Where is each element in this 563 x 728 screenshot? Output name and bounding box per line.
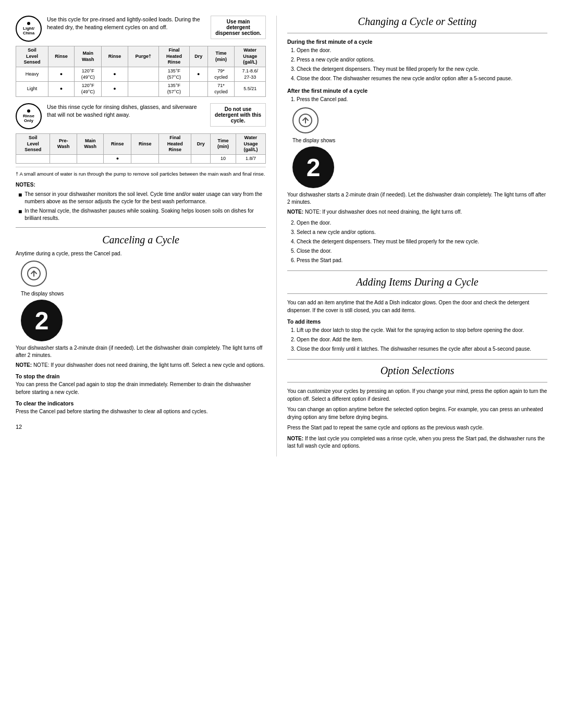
- col-header-dry: Dry: [189, 46, 207, 67]
- col2-final: FinalHeatedRinse: [159, 133, 191, 154]
- notes-section: NOTES: ■ The sensor in your dishwasher m…: [16, 181, 266, 222]
- right-number-2: 2: [292, 146, 334, 188]
- display-shows-label: The display shows: [21, 291, 266, 297]
- rinse-only-desc-right: Use this rinse cycle for rinsing dishes,…: [47, 103, 266, 127]
- cell-rinse2-heavy: ●: [102, 67, 128, 82]
- note-bullet-1: ■: [18, 191, 22, 205]
- note-extra-text: NOTE: If your dishwasher does not need d…: [33, 362, 265, 368]
- right-note-bold: NOTE:: [287, 209, 303, 215]
- cell-final-light: 135°F(57°C): [159, 82, 190, 96]
- right-note: NOTE: NOTE: If your dishwasher does not …: [287, 208, 547, 216]
- right-divider-2: [287, 270, 547, 271]
- col-header-water: WaterUsage(gal/L): [235, 46, 266, 67]
- clear-indicators-text: Press the Cancel pad before starting the…: [16, 408, 266, 416]
- col-header-rinse2: Rinse: [102, 46, 128, 67]
- cell2-main: [77, 154, 103, 163]
- drain-note-extra: NOTE: NOTE: If your dishwasher does not …: [16, 362, 266, 369]
- cell-main-heavy: 120°F(49°C): [74, 67, 102, 82]
- table-row: Light ● 120°F(49°C) ● 135°F(57°C) 71*cyc…: [16, 82, 266, 96]
- cell-rinse2-light: ●: [102, 82, 128, 96]
- left-column: Light/ China Use this cycle for pre-rins…: [16, 16, 266, 456]
- right-divider-4: [287, 359, 547, 360]
- note-bullet-2: ■: [18, 207, 22, 222]
- during-first-title: During the first minute of a cycle: [287, 39, 547, 45]
- option-para-2: You can change an option anytime before …: [287, 406, 547, 421]
- note-bold: NOTE:: [16, 362, 32, 368]
- stop-drain-text: You can press the Cancel pad again to st…: [16, 381, 266, 396]
- rinse-only-table: SoilLevelSensed Pre-Wash MainWash Rinse …: [16, 133, 266, 164]
- option-para-1: You can customize your cycles by pressin…: [287, 388, 547, 403]
- cell-main-light: 120°F(49°C): [74, 82, 102, 96]
- list-item: Press a new cycle and/or options.: [297, 56, 547, 64]
- option-para-4: NOTE: If the last cycle you completed wa…: [287, 435, 547, 450]
- right-cancel-circle: [292, 107, 319, 133]
- page: Light/ China Use this cycle for pre-rins…: [0, 0, 563, 467]
- rinse-only-description: Use this rinse cycle for rinsing dishes,…: [47, 103, 205, 118]
- notes-title: NOTES:: [16, 181, 266, 189]
- right-column: Changing a Cycle or Setting During the f…: [276, 16, 547, 456]
- cell2-rinse2: [131, 154, 159, 163]
- cell-soil-light: Light: [16, 82, 48, 96]
- after-first-list-1: Press the Cancel pad.: [297, 95, 547, 103]
- option-note-text: If the last cycle you completed was a ri…: [287, 436, 545, 449]
- footnote: † A small amount of water is run through…: [16, 167, 266, 177]
- cell-purge-light: [128, 82, 159, 96]
- cell-purge-heavy: [128, 67, 159, 82]
- list-item: Select a new cycle and/or options.: [297, 228, 547, 236]
- table-row: Heavy ● 120°F(49°C) ● 135°F(57°C) ● 79*c…: [16, 67, 266, 82]
- col2-water: WaterUsage(gal/L): [236, 133, 265, 154]
- cell2-dry: [191, 154, 211, 163]
- right-note-text: NOTE: If your dishwasher does not need d…: [305, 209, 462, 215]
- option-selections-section: Option Selections You can customize your…: [287, 365, 547, 450]
- option-note-bold: NOTE:: [287, 436, 303, 441]
- light-china-description: Use this cycle for pre-rinsed and lightl…: [47, 16, 205, 31]
- right-divider-1: [287, 33, 547, 33]
- light-china-icon: Light/ China: [16, 16, 42, 42]
- list-item: Press the Cancel pad.: [297, 95, 547, 103]
- col2-rinse2: Rinse: [131, 133, 159, 154]
- to-add-items-title: To add items: [287, 318, 547, 325]
- col-header-final-heated-rinse: FinalHeatedRinse: [159, 46, 190, 67]
- right-cancel-svg: [298, 113, 313, 128]
- option-para-3: Press the Start pad to repeat the same c…: [287, 424, 547, 432]
- list-item: Close the door. The dishwasher resumes t…: [297, 75, 547, 82]
- cell-dry-heavy: ●: [189, 67, 207, 82]
- cancel-section: Canceling a Cycle Anytime during a cycle…: [16, 234, 266, 416]
- rinse-only-icon: Rinse Only: [16, 103, 42, 129]
- note-text-2: In the Normal cycle, the dishwasher paus…: [25, 207, 266, 222]
- section-divider: [16, 227, 266, 228]
- cell-final-heavy: 135°F(57°C): [159, 67, 190, 82]
- cell2-soil: [16, 154, 50, 163]
- stop-drain-title: To stop the drain: [16, 373, 266, 379]
- list-item: Check the detergent dispensers. They mus…: [297, 238, 547, 245]
- option-selections-title: Option Selections: [287, 365, 547, 377]
- cell-rinse1-light: ●: [48, 82, 74, 96]
- light-china-cycle-box: Light/ China Use this cycle for pre-rins…: [16, 16, 266, 42]
- col2-dry: Dry: [191, 133, 211, 154]
- col2-soil: SoilLevelSensed: [16, 133, 50, 154]
- col2-main: MainWash: [77, 133, 103, 154]
- after-first-title: After the first minute of a cycle: [287, 88, 547, 94]
- number-display-2: 2: [21, 300, 63, 341]
- cell2-time: 10: [211, 154, 236, 163]
- cell2-prewash: [50, 154, 77, 163]
- cell2-rinse1: ●: [104, 154, 131, 163]
- adding-items-intro: You can add an item anytime that the Add…: [287, 299, 547, 314]
- to-add-items-list: Lift up the door latch to stop the cycle…: [297, 326, 547, 353]
- changing-cycle-title: Changing a Cycle or Setting: [287, 16, 547, 28]
- note-item-2: ■ In the Normal cycle, the dishwasher pa…: [16, 207, 266, 222]
- light-china-table: SoilLevelSensed Rinse MainWash Rinse Pur…: [16, 46, 266, 97]
- rinse-only-box: Rinse Only Use this rinse cycle for rins…: [16, 103, 266, 129]
- list-item: Press the Start pad.: [297, 256, 547, 264]
- adding-items-title: Adding Items During a Cycle: [287, 276, 547, 288]
- drain-note: Your dishwasher starts a 2-minute drain …: [16, 344, 266, 359]
- use-main-box: Use main detergent dispenser section.: [211, 16, 266, 39]
- col-header-purge: Purge†: [128, 46, 159, 67]
- changing-cycle-section: Changing a Cycle or Setting During the f…: [287, 16, 547, 264]
- cancel-intro: Anytime during a cycle, press the Cancel…: [16, 250, 266, 258]
- list-item: Check the detergent dispensers. They mus…: [297, 65, 547, 73]
- note-item-1: ■ The sensor in your dishwasher monitors…: [16, 191, 266, 205]
- col-header-soil: SoilLevelSensed: [16, 46, 48, 67]
- list-item: Lift up the door latch to stop the cycle…: [297, 326, 547, 334]
- cell-water-heavy: 7.1-8.6/27-33: [235, 67, 266, 82]
